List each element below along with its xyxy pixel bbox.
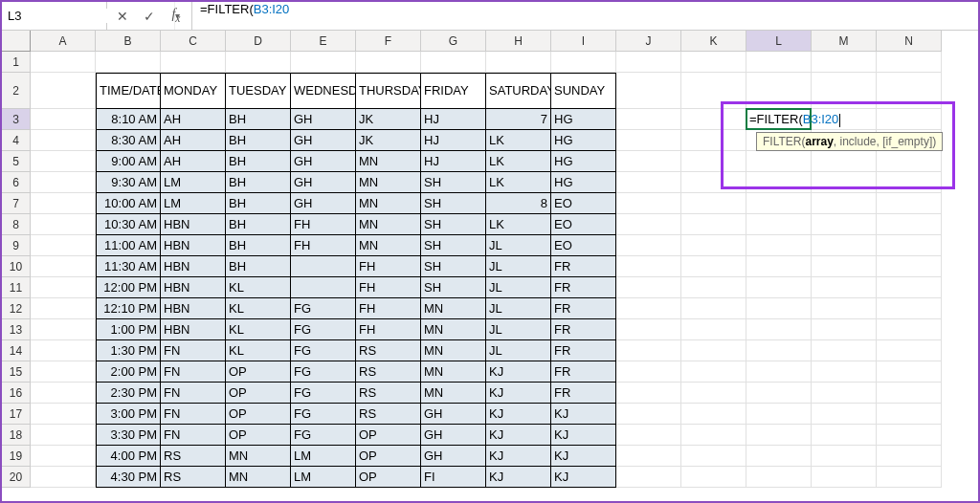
- table-cell[interactable]: FR: [551, 298, 616, 319]
- cell[interactable]: [681, 298, 746, 319]
- table-header-cell[interactable]: THURSDAY: [356, 73, 421, 109]
- cell[interactable]: [31, 130, 96, 151]
- table-cell[interactable]: FN: [161, 404, 226, 425]
- cell[interactable]: [681, 235, 746, 256]
- table-cell[interactable]: MN: [421, 319, 486, 340]
- table-cell[interactable]: FR: [551, 361, 616, 383]
- cell[interactable]: [486, 52, 551, 73]
- col-header[interactable]: E: [291, 31, 356, 52]
- row-header[interactable]: 1: [2, 52, 31, 73]
- table-cell[interactable]: SH: [421, 214, 486, 235]
- table-cell[interactable]: FR: [551, 340, 616, 361]
- row-header[interactable]: 18: [2, 425, 31, 446]
- row-header[interactable]: 20: [2, 467, 31, 488]
- cell[interactable]: [31, 109, 96, 130]
- table-cell[interactable]: GH: [291, 151, 356, 172]
- cell[interactable]: [681, 256, 746, 277]
- cell[interactable]: [681, 467, 746, 488]
- table-cell[interactable]: FG: [291, 319, 356, 340]
- table-cell[interactable]: KL: [226, 298, 291, 319]
- table-cell[interactable]: OP: [356, 467, 421, 488]
- table-cell[interactable]: 11:30 AM: [96, 256, 161, 277]
- cell[interactable]: [96, 52, 161, 73]
- cell[interactable]: [812, 404, 877, 425]
- cell[interactable]: [812, 73, 877, 109]
- cancel-icon[interactable]: ✕: [115, 9, 130, 24]
- cell[interactable]: [31, 235, 96, 256]
- cell[interactable]: [812, 467, 877, 488]
- table-cell[interactable]: OP: [226, 361, 291, 383]
- col-header[interactable]: L: [746, 31, 812, 52]
- table-cell[interactable]: BH: [226, 151, 291, 172]
- table-cell[interactable]: KL: [226, 340, 291, 361]
- table-cell[interactable]: BH: [226, 256, 291, 277]
- table-cell[interactable]: HBN: [161, 256, 226, 277]
- table-cell[interactable]: RS: [356, 340, 421, 361]
- cell[interactable]: [616, 214, 681, 235]
- cell[interactable]: [616, 361, 681, 383]
- cell[interactable]: [31, 319, 96, 340]
- col-header[interactable]: J: [616, 31, 681, 52]
- cell[interactable]: [746, 383, 812, 404]
- cell[interactable]: [551, 52, 616, 73]
- cell[interactable]: [681, 109, 746, 130]
- table-cell[interactable]: JL: [486, 319, 551, 340]
- table-cell[interactable]: LM: [161, 193, 226, 214]
- row-header[interactable]: 10: [2, 256, 31, 277]
- col-header[interactable]: H: [486, 31, 551, 52]
- cell[interactable]: [746, 214, 812, 235]
- cell[interactable]: [877, 193, 942, 214]
- cell[interactable]: [616, 467, 681, 488]
- table-cell[interactable]: MN: [356, 172, 421, 193]
- table-cell[interactable]: 8:30 AM: [96, 130, 161, 151]
- cell[interactable]: [812, 52, 877, 73]
- cell[interactable]: [746, 446, 812, 467]
- cell[interactable]: [746, 277, 812, 298]
- col-header[interactable]: F: [356, 31, 421, 52]
- cell[interactable]: [746, 298, 812, 319]
- table-cell[interactable]: AH: [161, 130, 226, 151]
- cell[interactable]: [746, 425, 812, 446]
- table-cell[interactable]: OP: [356, 446, 421, 467]
- table-cell[interactable]: BH: [226, 235, 291, 256]
- cell[interactable]: [812, 193, 877, 214]
- table-cell[interactable]: LM: [161, 172, 226, 193]
- table-cell[interactable]: MN: [356, 193, 421, 214]
- table-cell[interactable]: LM: [291, 446, 356, 467]
- table-cell[interactable]: MN: [356, 151, 421, 172]
- cell[interactable]: [681, 214, 746, 235]
- table-cell[interactable]: BH: [226, 214, 291, 235]
- cell[interactable]: [812, 277, 877, 298]
- spreadsheet-grid[interactable]: ABCDEFGHIJKLMN12TIME/DATEMONDAYTUESDAYWE…: [2, 31, 978, 488]
- table-cell[interactable]: FR: [551, 277, 616, 298]
- col-header[interactable]: C: [161, 31, 226, 52]
- table-cell[interactable]: HG: [551, 151, 616, 172]
- cell[interactable]: [746, 52, 812, 73]
- cell[interactable]: [681, 383, 746, 404]
- table-header-cell[interactable]: SATURDAY: [486, 73, 551, 109]
- row-header[interactable]: 3: [2, 109, 31, 130]
- table-cell[interactable]: FG: [291, 383, 356, 404]
- table-cell[interactable]: EO: [551, 214, 616, 235]
- table-cell[interactable]: BH: [226, 130, 291, 151]
- table-cell[interactable]: JK: [356, 109, 421, 130]
- table-cell[interactable]: FN: [161, 383, 226, 404]
- col-header[interactable]: A: [31, 31, 96, 52]
- row-header[interactable]: 4: [2, 130, 31, 151]
- table-cell[interactable]: RS: [356, 383, 421, 404]
- table-cell[interactable]: HJ: [421, 151, 486, 172]
- row-header[interactable]: 15: [2, 361, 31, 383]
- cell[interactable]: [877, 467, 942, 488]
- table-header-cell[interactable]: SUNDAY: [551, 73, 616, 109]
- row-header[interactable]: 5: [2, 151, 31, 172]
- table-cell[interactable]: 1:30 PM: [96, 340, 161, 361]
- table-cell[interactable]: SH: [421, 277, 486, 298]
- cell[interactable]: [616, 256, 681, 277]
- cell[interactable]: [877, 52, 942, 73]
- cell[interactable]: [31, 193, 96, 214]
- table-cell[interactable]: FN: [161, 340, 226, 361]
- cell[interactable]: [616, 193, 681, 214]
- cell[interactable]: [616, 425, 681, 446]
- cell[interactable]: [616, 404, 681, 425]
- cell-edit-overlay[interactable]: =FILTER(B3:I20: [749, 112, 840, 127]
